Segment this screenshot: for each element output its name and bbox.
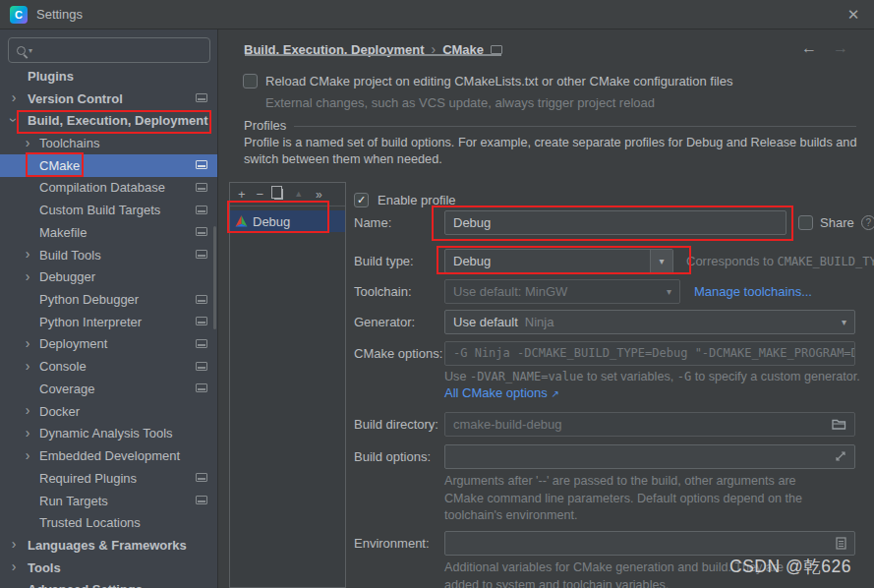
copy-profile-icon[interactable] [274, 189, 283, 200]
all-cmake-options-link[interactable]: All CMake options [444, 385, 548, 400]
sidebar-item-label: Docker [39, 404, 80, 419]
help-circle-icon[interactable]: ? [861, 215, 874, 230]
build-directory-field[interactable]: cmake-build-debug [444, 412, 855, 437]
cmake-options-label: CMake options: [354, 346, 444, 361]
sidebar-item-label: Build Tools [39, 248, 101, 263]
enable-profile-label: Enable profile [378, 193, 456, 207]
chevron-right-icon[interactable]: › [23, 335, 32, 351]
sidebar-item-custom-build-targets[interactable]: Custom Build Targets [0, 199, 217, 221]
profiles-list-panel: + − ▲ » Debug [229, 182, 346, 588]
sidebar-item-deployment[interactable]: ›Deployment [0, 333, 217, 356]
sidebar-item-build-tools[interactable]: ›Build Tools [0, 244, 217, 266]
build-options-label: Build options: [354, 449, 444, 464]
generator-combobox[interactable]: Use default Ninja ▾ [444, 310, 855, 334]
close-icon[interactable]: ✕ [833, 0, 874, 29]
chevron-right-icon[interactable]: › [9, 89, 19, 105]
folder-icon[interactable] [832, 418, 846, 430]
sidebar-item-makefile[interactable]: Makefile [0, 221, 217, 244]
sidebar-item-languages-frameworks[interactable]: ›Languages & Frameworks [0, 534, 217, 557]
cmake-options-help: Use -DVAR_NAME=value to set variables, -… [444, 369, 860, 386]
chevron-right-icon[interactable]: › [23, 425, 32, 441]
expand-field-icon[interactable] [835, 450, 846, 462]
enable-profile-checkbox[interactable]: ✓ [354, 193, 369, 207]
build-directory-label: Build directory: [354, 417, 444, 432]
sidebar-item-compilation-database[interactable]: Compilation Database [0, 177, 217, 200]
project-level-icon [196, 496, 207, 504]
project-level-icon [196, 206, 207, 214]
sidebar-item-label: Makefile [39, 225, 87, 240]
sidebar-item-label: Plugins [28, 69, 74, 84]
sidebar-item-label: Run Targets [39, 494, 108, 508]
manage-toolchains-link[interactable]: Manage toolchains... [694, 284, 812, 299]
add-profile-icon[interactable]: + [238, 188, 246, 201]
chevron-right-icon[interactable]: › [9, 536, 19, 552]
sidebar-item-tools[interactable]: ›Tools [0, 557, 217, 579]
search-options-caret-icon[interactable]: ▾ [29, 46, 32, 55]
sidebar-scrollbar[interactable] [213, 226, 216, 329]
chevron-right-icon[interactable]: › [23, 402, 32, 418]
chevron-right-icon[interactable]: › [9, 559, 19, 574]
sidebar-item-label: Toolchains [39, 136, 99, 150]
sidebar-item-version-control[interactable]: ›Version Control [0, 88, 217, 110]
project-level-icon [196, 183, 207, 192]
sidebar-item-cmake[interactable]: CMake [0, 154, 217, 177]
toolchain-dropdown-icon[interactable]: ▾ [667, 286, 671, 297]
name-field[interactable]: Debug [444, 210, 787, 235]
chevron-right-icon[interactable]: › [23, 246, 32, 262]
sidebar-item-label: Dynamic Analysis Tools [39, 426, 173, 441]
share-checkbox[interactable] [798, 215, 813, 230]
watermark: CSDN @乾626 [729, 555, 851, 578]
sidebar-item-python-debugger[interactable]: Python Debugger [0, 288, 217, 311]
project-level-icon [196, 473, 207, 482]
chevron-right-icon[interactable]: › [23, 358, 32, 374]
project-level-icon [196, 317, 207, 325]
sidebar-item-python-interpreter[interactable]: Python Interpreter [0, 311, 217, 333]
cmake-logo-icon [235, 215, 248, 227]
sidebar-item-plugins[interactable]: Plugins [0, 65, 217, 88]
settings-sidebar: ▾ Plugins›Version Control›Build, Executi… [0, 29, 218, 588]
sidebar-item-embedded-development[interactable]: ›Embedded Development [0, 444, 217, 467]
sidebar-item-advanced-settings[interactable]: Advanced Settings [0, 579, 217, 588]
more-actions-icon[interactable]: » [316, 189, 322, 201]
build-type-dropdown-icon[interactable]: ▾ [650, 250, 672, 272]
profiles-section-label: Profiles [244, 118, 286, 133]
sidebar-item-label: Build, Execution, Deployment [28, 113, 207, 128]
project-level-icon [196, 295, 207, 304]
environment-variables-icon[interactable] [836, 537, 846, 550]
cmake-options-field[interactable]: -G Ninja -DCMAKE_BUILD_TYPE=Debug "-DCMA… [444, 341, 855, 366]
environment-field[interactable] [444, 531, 855, 556]
profiles-description: Profile is a named set of build options.… [244, 135, 874, 168]
chevron-down-icon[interactable]: › [6, 115, 22, 125]
build-type-combobox[interactable]: Debug ▾ [444, 249, 673, 273]
generator-value: Use default [453, 315, 518, 329]
chevron-right-icon[interactable]: › [23, 135, 32, 150]
sidebar-item-debugger[interactable]: ›Debugger [0, 265, 217, 288]
sidebar-item-label: Required Plugins [39, 471, 137, 486]
back-arrow-icon[interactable]: ← [801, 39, 817, 57]
forward-arrow-icon: → [833, 39, 848, 57]
reload-cmake-checkbox[interactable] [243, 74, 258, 88]
chevron-right-icon[interactable]: › [23, 447, 32, 463]
reload-cmake-label: Reload CMake project on editing CMakeLis… [265, 74, 732, 88]
build-options-field[interactable] [444, 444, 855, 469]
project-level-icon [196, 339, 207, 348]
breadcrumb: Build, Execution, Deployment › CMake [244, 41, 502, 57]
sidebar-item-coverage[interactable]: Coverage [0, 378, 217, 400]
sidebar-item-required-plugins[interactable]: Required Plugins [0, 467, 217, 490]
sidebar-item-dynamic-analysis-tools[interactable]: ›Dynamic Analysis Tools [0, 423, 217, 445]
toolchain-combobox[interactable]: Use default: MinGW ▾ [444, 279, 680, 304]
generator-dropdown-icon[interactable]: ▾ [842, 317, 846, 327]
window-title: Settings [36, 7, 83, 22]
sidebar-item-build-execution-deployment[interactable]: ›Build, Execution, Deployment [0, 109, 217, 132]
remove-profile-icon[interactable]: − [257, 188, 264, 201]
sidebar-item-toolchains[interactable]: ›Toolchains [0, 132, 217, 154]
cmake-settings-pane: Build, Execution, Deployment › CMake ← →… [218, 29, 874, 588]
sidebar-item-run-targets[interactable]: Run Targets [0, 490, 217, 512]
sidebar-item-docker[interactable]: ›Docker [0, 400, 217, 423]
sidebar-item-console[interactable]: ›Console [0, 355, 217, 378]
chevron-right-icon[interactable]: › [23, 268, 32, 284]
sidebar-item-trusted-locations[interactable]: Trusted Locations [0, 511, 217, 534]
profile-list-item-debug[interactable]: Debug [230, 210, 345, 232]
profile-name-label: Debug [253, 214, 290, 229]
settings-search-input[interactable]: ▾ [8, 37, 210, 63]
